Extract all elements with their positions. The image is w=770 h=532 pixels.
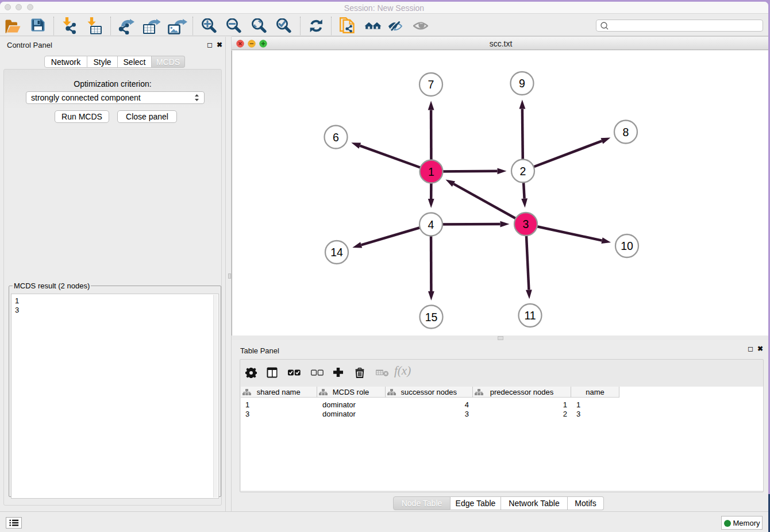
svg-text:1: 1 [428,165,434,178]
svg-text:2: 2 [520,165,526,178]
svg-text:4: 4 [428,218,434,231]
svg-text:9: 9 [519,77,525,90]
svg-text:8: 8 [623,126,629,138]
svg-text:3: 3 [523,218,529,230]
svg-text:10: 10 [621,240,633,252]
svg-text:11: 11 [524,309,536,322]
svg-text:6: 6 [333,131,339,144]
svg-text:15: 15 [425,311,438,323]
svg-text:7: 7 [428,78,434,91]
svg-text:14: 14 [330,246,343,259]
